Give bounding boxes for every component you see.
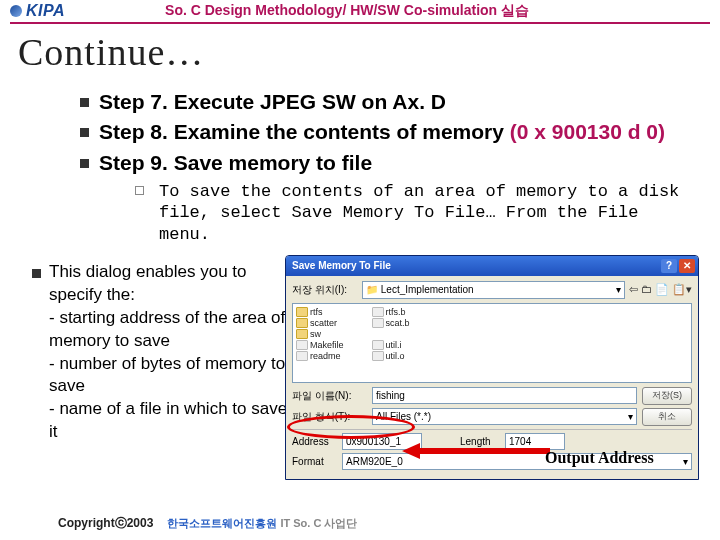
- file-icon: [296, 340, 308, 350]
- bullet-list: Step 7. Execute JPEG SW on Ax. D Step 8.…: [80, 88, 690, 245]
- list-item: scat.b: [372, 318, 410, 328]
- format-label: Format: [292, 456, 337, 467]
- slide-title: Continue…: [18, 30, 720, 74]
- list-item: readme: [296, 351, 344, 361]
- folder-icon: [296, 318, 308, 328]
- sub-bullet-text: To save the contents of an area of memor…: [159, 181, 690, 245]
- file-icon: [372, 340, 384, 350]
- copyright-text: Copyrightⓒ2003: [58, 515, 153, 532]
- filetype-label: 파일 형식(T):: [292, 410, 367, 424]
- cancel-button[interactable]: 취소: [642, 408, 692, 426]
- length-label: Length: [460, 436, 500, 447]
- bullet-step-7: Step 7. Execute JPEG SW on Ax. D: [99, 88, 446, 116]
- filetype-select[interactable]: All Files (*.*) ▾: [372, 408, 637, 425]
- logo-text: KIPA: [26, 2, 65, 20]
- save-memory-dialog: Save Memory To File ? ✕ 저장 위치(I): 📁 Lect…: [285, 255, 699, 480]
- output-address-label: Output Address: [545, 449, 654, 467]
- logo: KIPA: [10, 2, 65, 20]
- footer: Copyrightⓒ2003 한국소프트웨어진흥원 IT So. C 사업단: [58, 515, 357, 532]
- logo-dot-icon: [10, 5, 22, 17]
- sub-bullet-icon: [135, 186, 144, 195]
- file-icon: [372, 307, 384, 317]
- list-item: rtfs.b: [372, 307, 410, 317]
- footer-brand-2: IT So. C 사업단: [280, 517, 357, 529]
- address-input[interactable]: 0x900130_1: [342, 433, 422, 450]
- bullet-icon: [80, 159, 89, 168]
- bullet-icon: [80, 98, 89, 107]
- dialog-titlebar[interactable]: Save Memory To File ? ✕: [286, 256, 698, 276]
- chevron-down-icon[interactable]: ▾: [616, 284, 621, 295]
- header-divider: [10, 22, 710, 24]
- memory-address: (0 x 900130 d 0): [510, 120, 665, 143]
- list-item: sw: [296, 329, 344, 339]
- save-in-label: 저장 위치(I):: [292, 283, 358, 297]
- list-item: rtfs: [296, 307, 344, 317]
- header-title: So. C Design Methodology/ HW/SW Co-simul…: [165, 2, 529, 20]
- list-item: util.i: [372, 340, 410, 350]
- close-icon[interactable]: ✕: [679, 259, 695, 273]
- address-label: Address: [292, 436, 337, 447]
- file-list-area[interactable]: rtfs scatter sw Makefile readme rtfs.b s…: [292, 303, 692, 383]
- dialog-explanation: This dialog enables you to specify the: …: [49, 261, 292, 445]
- bullet-step-8: Step 8. Examine the contents of memory: [99, 120, 504, 143]
- folder-icon: [296, 307, 308, 317]
- file-icon: [372, 351, 384, 361]
- chevron-down-icon[interactable]: ▾: [683, 456, 688, 467]
- nav-toolbar-icons[interactable]: ⇦ 🗀 📄 📋▾: [629, 283, 692, 296]
- filename-label: 파일 이름(N):: [292, 389, 367, 403]
- list-item: util.o: [372, 351, 410, 361]
- list-item: Makefile: [296, 340, 344, 350]
- save-button[interactable]: 저장(S): [642, 387, 692, 405]
- file-icon: [372, 318, 384, 328]
- chevron-down-icon[interactable]: ▾: [628, 411, 633, 422]
- filename-input[interactable]: fishing: [372, 387, 637, 404]
- bullet-step-9: Step 9. Save memory to file: [99, 149, 372, 177]
- bullet-icon: [32, 269, 41, 278]
- save-in-field[interactable]: 📁 Lect_Implementation ▾: [362, 281, 625, 299]
- footer-brand-1: 한국소프트웨어진흥원: [167, 517, 277, 529]
- folder-icon: [296, 329, 308, 339]
- bullet-icon: [80, 128, 89, 137]
- dialog-title: Save Memory To File: [292, 260, 391, 271]
- list-item: scatter: [296, 318, 344, 328]
- length-input[interactable]: 1704: [505, 433, 565, 450]
- help-icon[interactable]: ?: [661, 259, 677, 273]
- file-icon: [296, 351, 308, 361]
